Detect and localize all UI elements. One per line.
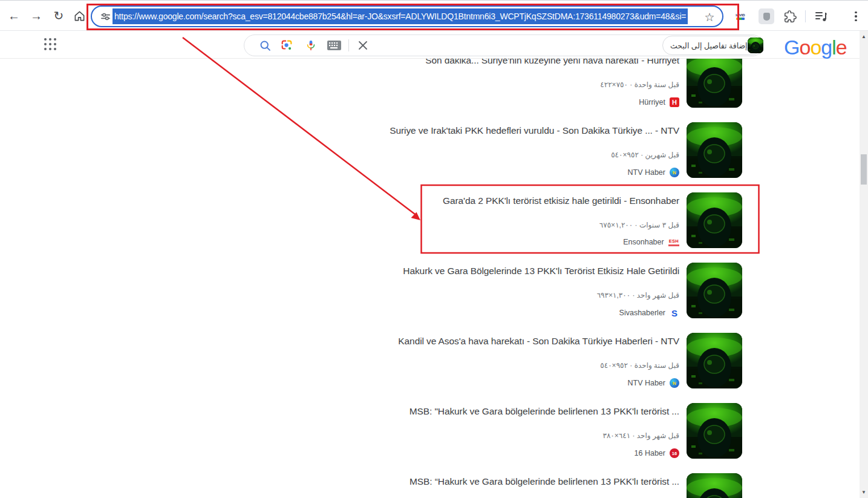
extensions-puzzle-icon[interactable] [782, 8, 798, 24]
source-favicon: N [670, 168, 679, 177]
result-source: N NTV Haber [390, 168, 679, 177]
apps-grid-button[interactable] [44, 38, 57, 51]
result-source: H Hürriyet [425, 97, 679, 107]
result-thumbnail[interactable] [687, 52, 742, 108]
result-source: ESH Ensonhaber [443, 238, 679, 246]
result-row: MSB: "Hakurk ve Gara bölgelerinde belirl… [410, 403, 742, 459]
browser-menu-icon[interactable] [848, 8, 864, 24]
result-meta: قبل سنة واحدة · ٧٥٠×٤٢٢ [425, 80, 679, 89]
source-favicon: ESH [668, 238, 679, 246]
google-header: إضافة تفاصيل إلى البحث Google [0, 31, 860, 59]
google-logo-letter: G [784, 36, 799, 59]
home-button[interactable] [68, 4, 91, 27]
google-logo-letter: g [821, 36, 832, 59]
result-row: Son dakika... Suriye'nin kuzeyine yeni h… [425, 52, 742, 108]
result-row: Suriye ve Irak'taki PKK hedefleri vuruld… [390, 122, 742, 178]
browser-toolbar: ← → ↻ https://www.google.com/search?sca_… [0, 0, 868, 31]
result-row: Hakurk ve Gara Bölgelerinde 13 PKK'lı Te… [403, 263, 742, 318]
scroll-thumb[interactable] [861, 154, 867, 185]
scroll-down-arrow[interactable]: ▼ [860, 488, 868, 497]
keyboard-icon[interactable] [324, 35, 344, 56]
result-thumbnail[interactable] [687, 192, 742, 248]
image-query-chip[interactable]: إضافة تفاصيل إلى البحث [662, 36, 762, 55]
result-meta: قبل شهر واحد · ١,٣٠٠×٦٩٣ [403, 291, 679, 300]
result-meta: قبل شهرين · ٩٥٢×٥٤٠ [390, 151, 679, 159]
scroll-up-arrow[interactable]: ▲ [860, 32, 868, 41]
result-title[interactable]: MSB: “Hakurk ve Gara bölgelerinde belirl… [410, 476, 679, 488]
result-row: MSB: “Hakurk ve Gara bölgelerinde belirl… [410, 473, 742, 498]
result-thumbnail[interactable] [687, 473, 742, 498]
results-list: Son dakika... Suriye'nin kuzeyine yeni h… [0, 0, 868, 498]
reload-button[interactable]: ↻ [47, 4, 70, 27]
source-favicon: 16 [670, 448, 679, 458]
result-title[interactable]: Gara'da 2 PKK'lı terörist etkisiz hale g… [443, 195, 679, 207]
scrollbar[interactable]: ▲ ▼ [860, 31, 868, 498]
back-button[interactable]: ← [2, 4, 25, 27]
extension-icon[interactable] [759, 8, 774, 24]
url-bar[interactable]: https://www.google.com/search?sca_esv=81… [91, 5, 723, 27]
add-details-label: إضافة تفاصيل إلى البحث [670, 41, 748, 50]
mic-icon[interactable] [301, 35, 321, 56]
toolbar-divider [805, 10, 806, 22]
result-title[interactable]: Hakurk ve Gara Bölgelerinde 13 PKK'lı Te… [403, 265, 679, 277]
screenshot-root: Son dakika... Suriye'nin kuzeyine yeni h… [0, 0, 868, 498]
result-source: N NTV Haber [398, 378, 679, 388]
google-logo-letter: o [799, 36, 810, 59]
search-divider [348, 39, 349, 51]
query-image-thumbnail [748, 38, 763, 53]
google-logo-letter: e [836, 36, 847, 59]
url-text[interactable]: https://www.google.com/search?sca_esv=81… [113, 8, 688, 24]
forward-button[interactable]: → [25, 4, 48, 27]
google-logo-letter: o [810, 36, 821, 59]
result-title[interactable]: Kandil ve Asos'a hava harekatı - Son Dak… [398, 335, 679, 347]
result-source: S Sivashaberler [403, 308, 679, 318]
result-row: Kandil ve Asos'a hava harekatı - Son Dak… [398, 333, 742, 388]
result-meta: قبل شهر واحد · ٦٤١×٣٨٠ [410, 431, 679, 440]
result-row: Gara'da 2 PKK'lı terörist etkisiz hale g… [443, 192, 742, 248]
google-logo[interactable]: Google [784, 36, 847, 59]
source-favicon: H [670, 97, 679, 107]
site-info-icon[interactable] [98, 9, 113, 24]
source-favicon: N [670, 378, 679, 388]
result-meta: قبل سنة واحدة · ٩٥٢×٥٤٠ [398, 361, 679, 370]
bookmark-star-icon[interactable]: ☆ [702, 9, 717, 25]
result-thumbnail[interactable] [687, 403, 742, 459]
result-thumbnail[interactable] [687, 333, 742, 388]
search-icon[interactable] [255, 35, 275, 56]
result-thumbnail[interactable] [687, 122, 742, 178]
result-title[interactable]: Suriye ve Irak'taki PKK hedefleri vuruld… [390, 125, 679, 137]
search-bar[interactable]: إضافة تفاصيل إلى البحث [244, 34, 763, 56]
source-favicon: S [670, 308, 679, 318]
result-title[interactable]: MSB: "Hakurk ve Gara bölgelerinde belirl… [410, 405, 679, 418]
result-meta: قبل ٣ سنوات · ١,٢٠٠×٦٧٥ [443, 221, 679, 229]
invid-extension-icon[interactable]: InVID [733, 8, 748, 24]
lens-icon[interactable] [276, 35, 297, 56]
media-controls-icon[interactable] [814, 8, 829, 24]
result-source: 16 16 Haber [410, 448, 679, 458]
result-thumbnail[interactable] [687, 263, 742, 318]
clear-search-icon[interactable] [353, 35, 373, 56]
